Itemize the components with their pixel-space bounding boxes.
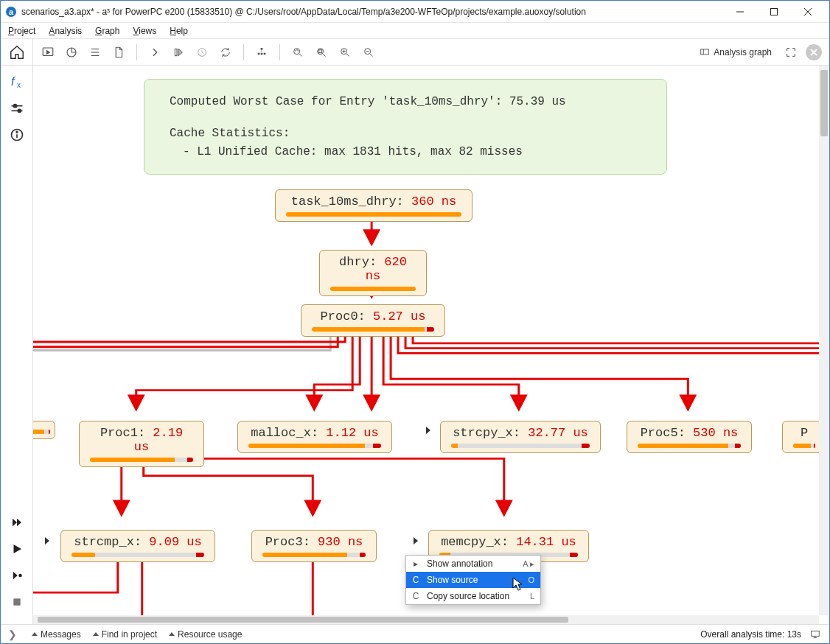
panel-title-label: Analysis graph — [714, 47, 772, 57]
svg-text:f: f — [11, 75, 15, 88]
svg-rect-33 — [701, 49, 709, 54]
run-icon[interactable] — [38, 42, 58, 63]
summary-suffix: ': — [488, 95, 509, 108]
svg-rect-17 — [261, 52, 263, 55]
menu-project[interactable]: Project — [7, 24, 37, 38]
svg-point-23 — [318, 48, 324, 54]
menu-views[interactable]: Views — [131, 24, 158, 38]
node-cut-right[interactable]: P — [782, 421, 819, 453]
result-summary: Computed Worst Case for Entry 'task_10ms… — [144, 79, 667, 175]
svg-point-45 — [16, 131, 18, 133]
status-messages[interactable]: Messages — [32, 629, 81, 640]
svg-point-50 — [18, 574, 22, 578]
menu-analysis[interactable]: Analysis — [47, 24, 83, 38]
rail-stop-icon[interactable] — [5, 590, 29, 614]
summary-value: 75.39 us — [509, 95, 566, 108]
node-proc1[interactable]: Proc1: 2.19 us — [79, 421, 204, 467]
status-monitor-icon[interactable] — [809, 628, 822, 641]
menubar: Project Analysis Graph Views Help — [1, 23, 829, 39]
menu-graph[interactable]: Graph — [94, 24, 121, 38]
menu-help[interactable]: Help — [168, 24, 189, 38]
node-cut-left[interactable] — [33, 421, 55, 439]
app-icon: a — [5, 6, 17, 18]
pie-icon[interactable] — [61, 42, 82, 63]
svg-marker-47 — [17, 519, 21, 527]
vertical-scrollbar[interactable] — [819, 66, 829, 615]
fullscreen-icon[interactable] — [781, 42, 801, 63]
horizontal-scrollbar[interactable] — [33, 615, 819, 624]
status-find[interactable]: Find in project — [93, 629, 157, 640]
node-proc0[interactable]: Proc0: 5.27 us — [301, 304, 445, 337]
svg-line-27 — [346, 54, 349, 56]
tree-icon[interactable] — [251, 42, 272, 63]
node-strcpyx[interactable]: strcpy_x: 32.77 us — [440, 421, 601, 453]
svg-rect-15 — [261, 48, 263, 50]
side-rail: fx — [1, 66, 33, 624]
zoom-reset-icon[interactable] — [287, 42, 308, 63]
titlebar: a scenarios_a3.apx* - a³ for PowerPC e20… — [1, 1, 829, 23]
svg-rect-18 — [264, 52, 266, 55]
step-icon[interactable] — [168, 42, 189, 63]
svg-marker-7 — [47, 50, 50, 54]
node-dhry[interactable]: dhry: 620 ns — [319, 250, 427, 296]
main-area: fx — [1, 66, 829, 624]
status-resource[interactable]: Resource usage — [169, 629, 242, 640]
statusbar: ❯ Messages Find in project Resource usag… — [1, 624, 829, 643]
zoom-out-icon[interactable] — [358, 42, 379, 63]
zoom-fit-icon[interactable] — [311, 42, 332, 63]
summary-prefix: Computed Worst Case for Entry ' — [170, 95, 389, 108]
svg-marker-49 — [13, 572, 17, 580]
list-icon[interactable] — [85, 42, 105, 63]
ctx-show-annotation[interactable]: ▸Show annotationA ▸ — [406, 556, 540, 572]
rail-play-icon[interactable] — [5, 537, 29, 561]
svg-text:x: x — [17, 81, 21, 89]
node-proc5[interactable]: Proc5: 530 ns — [627, 421, 752, 453]
expand-caret-icon-3[interactable] — [414, 537, 418, 545]
graph-canvas[interactable]: Computed Worst Case for Entry 'task_10ms… — [33, 66, 829, 624]
clock-icon[interactable] — [192, 42, 212, 63]
svg-line-22 — [299, 54, 301, 56]
summary-stats-line: - L1 Unified Cache: max 1831 hits, max 8… — [170, 143, 641, 161]
rail-info-icon[interactable] — [5, 123, 29, 147]
svg-rect-25 — [319, 49, 322, 52]
svg-rect-51 — [13, 598, 20, 605]
node-strcmpx[interactable]: strcmp_x: 9.09 us — [60, 530, 215, 562]
zoom-in-icon[interactable] — [335, 42, 355, 63]
svg-marker-46 — [13, 519, 17, 527]
svg-text:a: a — [9, 7, 14, 16]
svg-point-42 — [18, 109, 21, 112]
status-analysis-time: Overall analysis time: 13s — [700, 629, 801, 640]
side-home-icon[interactable] — [1, 39, 33, 65]
svg-marker-13 — [178, 49, 182, 55]
chevron-right-icon[interactable] — [144, 42, 165, 63]
doc-icon[interactable] — [108, 42, 129, 63]
svg-point-40 — [13, 105, 16, 108]
maximize-button[interactable] — [757, 1, 791, 23]
svg-marker-48 — [13, 545, 21, 553]
node-task10ms[interactable]: task_10ms_dhry: 360 ns — [275, 189, 472, 222]
rail-fx-icon[interactable]: fx — [5, 70, 29, 94]
mouse-cursor-icon — [512, 577, 524, 594]
svg-line-31 — [370, 54, 372, 56]
svg-rect-54 — [812, 631, 820, 636]
svg-point-21 — [294, 48, 300, 54]
svg-rect-16 — [258, 52, 260, 55]
refresh-icon[interactable] — [215, 42, 236, 63]
svg-line-24 — [323, 54, 325, 56]
expand-caret-icon-2[interactable] — [45, 537, 49, 545]
expand-caret-icon[interactable] — [426, 427, 430, 434]
node-mallocx[interactable]: malloc_x: 1.12 us — [237, 421, 392, 453]
rail-step-end-icon[interactable] — [5, 564, 29, 587]
summary-entry: task_10ms_dhry — [389, 95, 488, 108]
status-expand-icon[interactable]: ❯ — [8, 629, 20, 640]
node-proc3[interactable]: Proc3: 930 ns — [251, 530, 377, 562]
toolbar: Analysis graph — [1, 39, 829, 66]
panel-title[interactable]: Analysis graph — [695, 45, 776, 60]
close-panel-icon[interactable] — [806, 44, 822, 60]
minimize-button[interactable] — [723, 1, 757, 23]
close-button[interactable] — [791, 1, 825, 23]
svg-rect-3 — [771, 8, 778, 15]
summary-stats-title: Cache Statistics: — [170, 125, 641, 143]
rail-sliders-icon[interactable] — [5, 97, 29, 120]
rail-fastforward-icon[interactable] — [5, 511, 29, 534]
